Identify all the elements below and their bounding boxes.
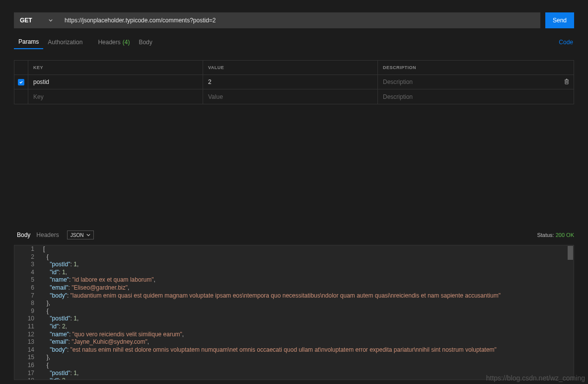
col-desc-header: DESCRIPTION <box>378 61 560 75</box>
row-action-cell <box>560 89 574 104</box>
row-checkbox-cell <box>14 75 28 89</box>
row-value-cell <box>203 89 378 104</box>
watermark: https://blog.csdn.net/wz_coming <box>486 374 585 382</box>
code-line: 15 }, <box>14 354 574 362</box>
row-desc-cell <box>378 75 560 89</box>
chevron-down-icon <box>86 233 90 237</box>
code-line: 11 "id": 2, <box>14 323 574 331</box>
trash-icon[interactable] <box>564 78 570 86</box>
tab-headers[interactable]: Headers (4) <box>93 35 134 49</box>
code-line: 12 "name": "quo vero reiciendis velit si… <box>14 331 574 339</box>
response-tab-headers[interactable]: Headers <box>33 229 62 241</box>
code-line: 4 "id": 1, <box>14 269 574 277</box>
format-label: JSON <box>71 232 84 238</box>
response-body-viewer[interactable]: 1[2 {3 "postId": 1,4 "id": 1,5 "name": "… <box>14 245 574 380</box>
check-icon <box>19 80 23 84</box>
send-button[interactable]: Send <box>545 12 574 28</box>
request-bar: GET Send <box>0 0 588 35</box>
tab-authorization[interactable]: Authorization <box>43 35 87 49</box>
response-area: Body Headers JSON Status: 200 OK 1[2 {3 … <box>0 229 588 384</box>
table-row <box>14 75 574 89</box>
code-line: 10 "postId": 1, <box>14 315 574 323</box>
code-line: 2 { <box>14 253 574 261</box>
code-line: 14 "body": "est natus enim nihil est dol… <box>14 346 574 354</box>
table-row-empty <box>14 89 574 104</box>
chevron-down-icon <box>49 18 53 22</box>
url-input[interactable] <box>59 12 540 28</box>
status-code: 200 OK <box>556 232 574 238</box>
row-key-cell <box>28 75 203 89</box>
row-checkbox-cell <box>14 89 28 104</box>
row-key-cell <box>28 89 203 104</box>
request-tabs: Params Authorization Headers (4) Body Co… <box>0 35 588 49</box>
col-action-header <box>560 61 574 75</box>
desc-input[interactable] <box>383 93 555 100</box>
row-value-cell <box>203 75 378 89</box>
tab-params[interactable]: Params <box>14 35 43 49</box>
http-method-select[interactable]: GET <box>14 12 59 28</box>
scrollbar-thumb[interactable] <box>568 246 573 260</box>
code-line: 3 "postId": 1, <box>14 261 574 269</box>
params-header-row: KEY VALUE DESCRIPTION <box>14 61 574 75</box>
key-input[interactable] <box>33 78 198 85</box>
scrollbar-vertical[interactable] <box>567 245 574 380</box>
format-select[interactable]: JSON <box>67 230 94 239</box>
code-line: 5 "name": "id labore ex et quam laborum"… <box>14 276 574 284</box>
col-key-header: KEY <box>28 61 203 75</box>
key-input[interactable] <box>33 93 198 100</box>
col-value-header: VALUE <box>203 61 378 75</box>
col-check-header <box>14 61 28 75</box>
code-line: 1[ <box>14 245 574 253</box>
row-checkbox[interactable] <box>18 79 24 85</box>
row-desc-cell <box>378 89 560 104</box>
code-line: 6 "email": "Eliseo@gardner.biz", <box>14 284 574 292</box>
value-input[interactable] <box>208 78 372 85</box>
code-line: 9 { <box>14 307 574 315</box>
desc-input[interactable] <box>383 78 555 85</box>
tab-headers-count: (4) <box>123 39 130 46</box>
code-line: 16 { <box>14 362 574 370</box>
status-label: Status: <box>537 232 554 238</box>
response-tabs: Body Headers JSON Status: 200 OK <box>0 229 588 241</box>
code-line: 7 "body": "laudantium enim quasi est qui… <box>14 292 574 300</box>
method-label: GET <box>20 17 32 24</box>
code-line: 8 }, <box>14 300 574 307</box>
response-tab-body[interactable]: Body <box>14 229 33 241</box>
code-line: 13 "email": "Jayne_Kuhic@sydney.com", <box>14 338 574 346</box>
response-status: Status: 200 OK <box>537 232 574 238</box>
value-input[interactable] <box>208 93 372 100</box>
code-link[interactable]: Code <box>558 39 574 46</box>
row-action-cell <box>560 75 574 89</box>
params-table: KEY VALUE DESCRIPTION <box>14 60 574 104</box>
tab-body[interactable]: Body <box>134 35 156 49</box>
tab-headers-label: Headers <box>98 39 120 46</box>
